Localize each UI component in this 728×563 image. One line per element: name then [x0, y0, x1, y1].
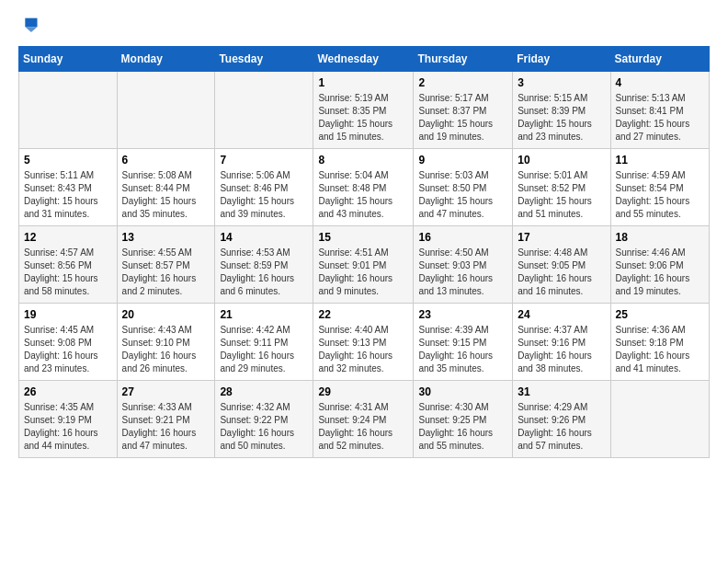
calendar-cell: 17Sunrise: 4:48 AM Sunset: 9:05 PM Dayli…: [513, 226, 610, 304]
day-number: 25: [616, 308, 704, 321]
day-info: Sunrise: 5:13 AM Sunset: 8:41 PM Dayligh…: [616, 92, 704, 144]
logo: [18, 15, 42, 35]
day-number: 11: [616, 154, 704, 167]
day-number: 7: [220, 154, 308, 167]
calendar-cell: 18Sunrise: 4:46 AM Sunset: 9:06 PM Dayli…: [610, 226, 709, 304]
day-info: Sunrise: 4:57 AM Sunset: 8:56 PM Dayligh…: [24, 247, 112, 298]
calendar-cell: 14Sunrise: 4:53 AM Sunset: 8:59 PM Dayli…: [215, 226, 313, 304]
calendar-cell: 25Sunrise: 4:36 AM Sunset: 9:18 PM Dayli…: [610, 304, 709, 381]
day-number: 29: [318, 385, 408, 398]
page-header: [18, 15, 710, 35]
calendar-cell: 6Sunrise: 5:08 AM Sunset: 8:44 PM Daylig…: [117, 149, 215, 226]
day-info: Sunrise: 5:04 AM Sunset: 8:48 PM Dayligh…: [318, 169, 408, 221]
day-info: Sunrise: 4:39 AM Sunset: 9:15 PM Dayligh…: [418, 324, 507, 375]
day-info: Sunrise: 4:48 AM Sunset: 9:05 PM Dayligh…: [518, 247, 605, 298]
day-info: Sunrise: 5:01 AM Sunset: 8:52 PM Dayligh…: [518, 169, 605, 221]
header-day-sunday: Sunday: [19, 47, 118, 72]
header-day-friday: Friday: [513, 47, 610, 72]
calendar-cell: 21Sunrise: 4:42 AM Sunset: 9:11 PM Dayli…: [215, 304, 313, 381]
day-number: 8: [318, 154, 408, 167]
day-number: 17: [518, 231, 605, 244]
day-info: Sunrise: 4:55 AM Sunset: 8:57 PM Dayligh…: [122, 247, 210, 298]
day-number: 5: [24, 154, 112, 167]
day-info: Sunrise: 4:37 AM Sunset: 9:16 PM Dayligh…: [518, 324, 605, 375]
day-info: Sunrise: 4:45 AM Sunset: 9:08 PM Dayligh…: [24, 324, 112, 375]
day-number: 26: [24, 385, 112, 398]
calendar-cell: [19, 72, 118, 149]
header-day-monday: Monday: [117, 47, 215, 72]
day-number: 10: [518, 154, 605, 167]
calendar-cell: 28Sunrise: 4:32 AM Sunset: 9:22 PM Dayli…: [215, 381, 313, 458]
day-number: 18: [616, 231, 704, 244]
calendar-cell: 27Sunrise: 4:33 AM Sunset: 9:21 PM Dayli…: [117, 381, 215, 458]
day-info: Sunrise: 5:17 AM Sunset: 8:37 PM Dayligh…: [418, 92, 507, 144]
day-number: 24: [518, 308, 605, 321]
day-info: Sunrise: 4:40 AM Sunset: 9:13 PM Dayligh…: [318, 324, 408, 375]
calendar-header: SundayMondayTuesdayWednesdayThursdayFrid…: [19, 47, 710, 72]
day-info: Sunrise: 4:36 AM Sunset: 9:18 PM Dayligh…: [616, 324, 704, 375]
day-number: 2: [418, 76, 507, 89]
header-day-tuesday: Tuesday: [215, 47, 313, 72]
calendar-cell: [215, 72, 313, 149]
day-info: Sunrise: 4:32 AM Sunset: 9:22 PM Dayligh…: [220, 401, 308, 453]
calendar-cell: 11Sunrise: 4:59 AM Sunset: 8:54 PM Dayli…: [610, 149, 709, 226]
day-info: Sunrise: 5:06 AM Sunset: 8:46 PM Dayligh…: [220, 169, 308, 221]
calendar-cell: 29Sunrise: 4:31 AM Sunset: 9:24 PM Dayli…: [313, 381, 414, 458]
day-number: 27: [122, 385, 210, 398]
header-day-thursday: Thursday: [414, 47, 513, 72]
day-info: Sunrise: 4:46 AM Sunset: 9:06 PM Dayligh…: [616, 247, 704, 298]
day-info: Sunrise: 4:29 AM Sunset: 9:26 PM Dayligh…: [518, 401, 605, 453]
calendar-cell: 19Sunrise: 4:45 AM Sunset: 9:08 PM Dayli…: [19, 304, 118, 381]
day-number: 31: [518, 385, 605, 398]
calendar-cell: 13Sunrise: 4:55 AM Sunset: 8:57 PM Dayli…: [117, 226, 215, 304]
day-number: 15: [318, 231, 408, 244]
day-number: 6: [122, 154, 210, 167]
day-info: Sunrise: 5:19 AM Sunset: 8:35 PM Dayligh…: [318, 92, 408, 144]
calendar-cell: 31Sunrise: 4:29 AM Sunset: 9:26 PM Dayli…: [513, 381, 610, 458]
logo-icon: [18, 15, 39, 35]
calendar-cell: 26Sunrise: 4:35 AM Sunset: 9:19 PM Dayli…: [19, 381, 118, 458]
calendar-cell: 2Sunrise: 5:17 AM Sunset: 8:37 PM Daylig…: [414, 72, 513, 149]
day-info: Sunrise: 5:03 AM Sunset: 8:50 PM Dayligh…: [418, 169, 507, 221]
day-info: Sunrise: 5:11 AM Sunset: 8:43 PM Dayligh…: [24, 169, 112, 221]
calendar-cell: 1Sunrise: 5:19 AM Sunset: 8:35 PM Daylig…: [313, 72, 414, 149]
calendar-cell: 7Sunrise: 5:06 AM Sunset: 8:46 PM Daylig…: [215, 149, 313, 226]
calendar-cell: 4Sunrise: 5:13 AM Sunset: 8:41 PM Daylig…: [610, 72, 709, 149]
day-info: Sunrise: 4:30 AM Sunset: 9:25 PM Dayligh…: [418, 401, 507, 453]
calendar-cell: 30Sunrise: 4:30 AM Sunset: 9:25 PM Dayli…: [414, 381, 513, 458]
day-number: 3: [518, 76, 605, 89]
calendar-week-1: 1Sunrise: 5:19 AM Sunset: 8:35 PM Daylig…: [19, 72, 710, 149]
header-day-wednesday: Wednesday: [313, 47, 414, 72]
day-number: 22: [318, 308, 408, 321]
calendar-cell: 22Sunrise: 4:40 AM Sunset: 9:13 PM Dayli…: [313, 304, 414, 381]
day-number: 12: [24, 231, 112, 244]
day-number: 13: [122, 231, 210, 244]
day-number: 9: [418, 154, 507, 167]
day-number: 1: [318, 76, 408, 89]
calendar-week-2: 5Sunrise: 5:11 AM Sunset: 8:43 PM Daylig…: [19, 149, 710, 226]
day-info: Sunrise: 4:51 AM Sunset: 9:01 PM Dayligh…: [318, 247, 408, 298]
svg-marker-0: [25, 18, 37, 28]
day-number: 30: [418, 385, 507, 398]
day-info: Sunrise: 4:42 AM Sunset: 9:11 PM Dayligh…: [220, 324, 308, 375]
calendar-cell: 24Sunrise: 4:37 AM Sunset: 9:16 PM Dayli…: [513, 304, 610, 381]
day-number: 23: [418, 308, 507, 321]
calendar-cell: 20Sunrise: 4:43 AM Sunset: 9:10 PM Dayli…: [117, 304, 215, 381]
header-day-saturday: Saturday: [610, 47, 709, 72]
calendar-cell: 15Sunrise: 4:51 AM Sunset: 9:01 PM Dayli…: [313, 226, 414, 304]
day-number: 16: [418, 231, 507, 244]
day-info: Sunrise: 4:50 AM Sunset: 9:03 PM Dayligh…: [418, 247, 507, 298]
calendar-cell: 23Sunrise: 4:39 AM Sunset: 9:15 PM Dayli…: [414, 304, 513, 381]
calendar-week-3: 12Sunrise: 4:57 AM Sunset: 8:56 PM Dayli…: [19, 226, 710, 304]
day-number: 19: [24, 308, 112, 321]
calendar-week-4: 19Sunrise: 4:45 AM Sunset: 9:08 PM Dayli…: [19, 304, 710, 381]
day-info: Sunrise: 4:59 AM Sunset: 8:54 PM Dayligh…: [616, 169, 704, 221]
calendar-cell: 3Sunrise: 5:15 AM Sunset: 8:39 PM Daylig…: [513, 72, 610, 149]
calendar-body: 1Sunrise: 5:19 AM Sunset: 8:35 PM Daylig…: [19, 72, 710, 458]
day-info: Sunrise: 4:33 AM Sunset: 9:21 PM Dayligh…: [122, 401, 210, 453]
calendar-week-5: 26Sunrise: 4:35 AM Sunset: 9:19 PM Dayli…: [19, 381, 710, 458]
day-info: Sunrise: 5:15 AM Sunset: 8:39 PM Dayligh…: [518, 92, 605, 144]
day-info: Sunrise: 4:35 AM Sunset: 9:19 PM Dayligh…: [24, 401, 112, 453]
day-info: Sunrise: 4:43 AM Sunset: 9:10 PM Dayligh…: [122, 324, 210, 375]
calendar-cell: 8Sunrise: 5:04 AM Sunset: 8:48 PM Daylig…: [313, 149, 414, 226]
